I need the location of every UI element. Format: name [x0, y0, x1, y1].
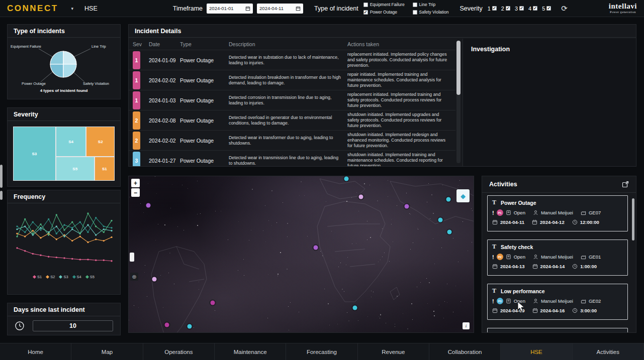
open-external-icon[interactable]: [622, 181, 629, 188]
locate-button[interactable]: ◎: [130, 273, 138, 281]
activity-card[interactable]: TLow performance!P3OpenManuel Meijuei...…: [487, 284, 628, 320]
incident-row[interactable]: 12024-01-09Power OutageDetected wear in …: [129, 50, 455, 70]
map-marker[interactable]: [344, 177, 349, 181]
map-speck: [134, 305, 134, 306]
checkbox-icon[interactable]: ✓: [506, 6, 510, 11]
map-marker[interactable]: [146, 203, 151, 208]
pie-slice-line-trip[interactable]: [63, 51, 76, 64]
pie-slice-power-outage[interactable]: [50, 64, 63, 77]
nav-tab-home[interactable]: Home: [0, 343, 71, 360]
treemap-block-s2[interactable]: S2: [86, 127, 114, 156]
nav-tab-forecasting[interactable]: Forecasting: [286, 343, 357, 360]
page-scrollbar[interactable]: [0, 191, 3, 200]
severity-option[interactable]: 4✓: [528, 6, 537, 12]
incident-actions: repair initiated. Implemented training a…: [347, 72, 450, 88]
map-marker[interactable]: [438, 218, 443, 222]
incident-row[interactable]: 32024-01-27Power OutageDetected wear in …: [129, 150, 455, 166]
nav-tab-collaboration[interactable]: Collaboration: [429, 343, 501, 360]
map-speck: [324, 289, 325, 289]
page-scrollbar[interactable]: [0, 165, 3, 188]
map-speck: [352, 244, 352, 244]
zoom-out-button[interactable]: −: [131, 188, 140, 197]
severity-option[interactable]: 5✓: [542, 6, 551, 12]
treemap-label: S3: [32, 152, 37, 156]
map-marker[interactable]: [447, 230, 452, 234]
activity-status[interactable]: Open: [514, 210, 525, 215]
checkbox-icon[interactable]: ✓: [519, 6, 524, 11]
map-marker[interactable]: [353, 306, 357, 310]
map-marker[interactable]: [446, 197, 451, 202]
incident-row[interactable]: 12024-02-02Power OutageDetected insulati…: [129, 70, 455, 90]
map-marker[interactable]: [359, 195, 363, 199]
checkbox-icon[interactable]: ✓: [492, 6, 497, 11]
map-marker[interactable]: [211, 301, 215, 305]
map-speck: [431, 194, 432, 195]
legend-item-s2[interactable]: S2: [46, 275, 55, 279]
refresh-icon[interactable]: ⟳: [561, 4, 568, 13]
checkbox-icon[interactable]: [413, 3, 417, 7]
treemap-block-s4[interactable]: S4: [56, 127, 86, 156]
map-marker[interactable]: [314, 246, 318, 250]
incident-type-option[interactable]: ✓Power Outage: [363, 9, 405, 15]
nav-tab-revenue[interactable]: Revenue: [358, 343, 429, 360]
severity-option[interactable]: 2✓: [501, 6, 510, 12]
incident-table-scrollbar[interactable]: [456, 41, 461, 163]
activities-scrollbar[interactable]: [632, 198, 634, 241]
chevron-down-icon[interactable]: ▾: [71, 6, 74, 11]
activity-start-date: 2024-04-13: [500, 264, 525, 269]
checkbox-icon[interactable]: ✓: [533, 6, 537, 11]
incident-type-option-label: Line Trip: [419, 2, 436, 7]
activity-card[interactable]: TPower Outage!P1OpenManuel Meijuei...GE0…: [487, 195, 628, 231]
incident-map[interactable]: + − ◎ ◆ i: [128, 176, 474, 333]
date-from-input[interactable]: 2024-01-01: [207, 4, 253, 14]
map-speck: [158, 224, 158, 224]
incident-type-option[interactable]: Safety Violation: [413, 9, 449, 15]
date-to-input[interactable]: 2024-04-11: [257, 4, 303, 14]
severity-option[interactable]: 1✓: [488, 6, 497, 12]
activity-status[interactable]: Open: [514, 298, 525, 304]
incident-row[interactable]: 12024-01-03Power OutageDetected corrosio…: [129, 90, 455, 110]
map-marker[interactable]: [165, 323, 169, 327]
activity-status[interactable]: Open: [514, 254, 525, 260]
checkbox-icon[interactable]: [363, 3, 368, 7]
connect-logo[interactable]: CONNECT: [7, 4, 58, 14]
map-speck: [406, 203, 406, 203]
scrollbar-thumb[interactable]: [456, 41, 461, 95]
legend-item-s5[interactable]: S5: [86, 275, 95, 279]
legend-item-s1[interactable]: S1: [33, 275, 42, 279]
legend-item-s4[interactable]: S4: [73, 275, 81, 279]
pie-slice-equipment-failure[interactable]: [50, 51, 63, 64]
treemap-block-s5[interactable]: S5: [56, 157, 94, 180]
nav-tab-operations[interactable]: Operations: [143, 343, 215, 360]
incident-type-option[interactable]: Line Trip: [413, 2, 449, 8]
nav-tab-maintenance[interactable]: Maintenance: [215, 343, 286, 360]
map-speck: [443, 318, 444, 318]
map-attribution-button[interactable]: i: [463, 322, 470, 329]
brand-name: intellavi: [609, 3, 637, 10]
map-marker[interactable]: [188, 324, 192, 329]
incident-type-option[interactable]: Equipment Failure: [363, 2, 405, 8]
map-speck: [380, 260, 381, 260]
zoom-in-button[interactable]: +: [131, 179, 140, 187]
incident-row[interactable]: 22024-02-02Power OutageDetected wear in …: [129, 130, 455, 150]
checkbox-icon[interactable]: [413, 10, 417, 15]
frequency-point: [32, 230, 34, 231]
checkbox-icon[interactable]: ✓: [363, 10, 368, 15]
map-marker[interactable]: [405, 204, 409, 209]
checkbox-icon[interactable]: ✓: [546, 6, 551, 11]
incident-row[interactable]: 22024-02-08Power OutageDetected overload…: [129, 110, 455, 130]
severity-option[interactable]: 3✓: [515, 6, 524, 12]
treemap-block-s1[interactable]: S1: [95, 157, 114, 180]
map-speck: [377, 200, 378, 201]
pie-slice-safety-violation[interactable]: [63, 64, 76, 77]
map-speck: [427, 202, 427, 202]
activity-card[interactable]: TSafety check!P2OpenManuel Meijuei...GE0…: [487, 239, 628, 276]
map-marker[interactable]: [152, 277, 157, 282]
nav-tab-hse[interactable]: HSE: [501, 343, 572, 360]
treemap-block-s3[interactable]: S3: [14, 127, 55, 180]
nav-tab-activities[interactable]: Activities: [573, 343, 644, 360]
frequency-point: [56, 233, 57, 234]
layers-button[interactable]: ◆: [456, 189, 470, 202]
legend-item-s3[interactable]: S3: [59, 275, 68, 279]
nav-tab-map[interactable]: Map: [71, 343, 143, 360]
